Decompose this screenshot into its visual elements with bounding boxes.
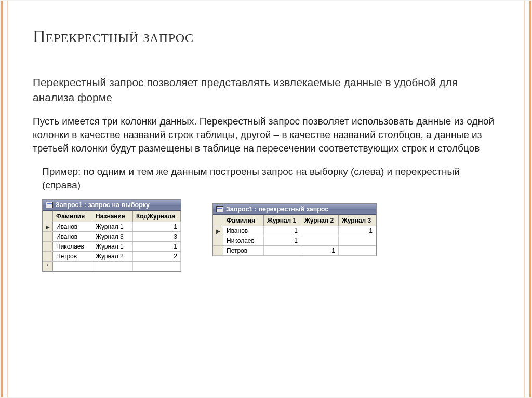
row-selector-new: * <box>43 262 53 271</box>
table-row: Петров Журнал 2 2 <box>43 252 181 262</box>
col-header-fam: Фамилия <box>53 211 92 222</box>
decor-border-right <box>524 1 525 397</box>
table-header-row: Фамилия Журнал 1 Журнал 2 Журнал 3 <box>213 215 376 226</box>
query-select-title: Запрос1 : запрос на выборку <box>56 201 150 209</box>
table-row: Николаев Журнал 1 1 <box>43 242 181 252</box>
decor-border-left <box>7 1 8 397</box>
table-row: Николаев 1 <box>213 236 376 246</box>
paragraph-intro: Перекрестный запрос позволяет представля… <box>33 75 499 105</box>
table-row: Иванов Журнал 3 3 <box>43 232 181 242</box>
query-crosstab-grid: Фамилия Журнал 1 Журнал 2 Журнал 3 ▶ Ива… <box>213 215 376 256</box>
col-header-fam: Фамилия <box>223 215 264 226</box>
cell-j1 <box>264 246 301 255</box>
row-selector <box>43 252 53 261</box>
cell-j3 <box>339 236 376 245</box>
col-header-j1: Журнал 1 <box>264 215 301 226</box>
row-selector-header <box>43 211 53 222</box>
col-header-j3: Журнал 3 <box>339 215 376 226</box>
cell-j2: 1 <box>301 246 339 255</box>
query-select-titlebar: Запрос1 : запрос на выборку <box>43 200 181 211</box>
col-header-kod: КодЖурнала <box>133 211 181 222</box>
cell-kod: 2 <box>133 252 181 261</box>
row-selector <box>213 236 223 245</box>
row-selector-current: ▶ <box>43 222 53 231</box>
query-crosstab-titlebar: Запрос1 : перекрестный запрос <box>213 204 376 215</box>
row-selector <box>213 246 223 255</box>
cell-empty <box>133 262 181 271</box>
cell-fam: Петров <box>223 246 264 255</box>
datasheet-icon <box>216 206 223 212</box>
cell-fam: Иванов <box>53 232 92 241</box>
cell-naz: Журнал 1 <box>92 242 133 251</box>
cell-fam: Петров <box>53 252 92 261</box>
query-crosstab-window: Запрос1 : перекрестный запрос Фамилия Жу… <box>212 203 377 256</box>
cell-j1: 1 <box>264 236 301 245</box>
cell-fam: Иванов <box>53 222 92 231</box>
table-row-new: * <box>43 262 181 271</box>
cell-naz: Журнал 1 <box>92 222 133 231</box>
cell-kod: 1 <box>133 242 181 251</box>
cell-kod: 1 <box>133 222 181 231</box>
cell-fam: Николаев <box>53 242 92 251</box>
paragraph-explain: Пусть имеется три колонки данных. Перекр… <box>33 115 499 155</box>
query-select-grid: Фамилия Название КодЖурнала ▶ Иванов Жур… <box>43 211 181 271</box>
query-select-window: Запрос1 : запрос на выборку Фамилия Назв… <box>42 199 181 272</box>
col-header-naz: Название <box>92 211 133 222</box>
cell-kod: 3 <box>133 232 181 241</box>
row-selector-current: ▶ <box>213 226 223 236</box>
cell-naz: Журнал 2 <box>92 252 133 261</box>
query-crosstab-title: Запрос1 : перекрестный запрос <box>226 205 328 213</box>
cell-j2 <box>301 226 339 236</box>
tables-row: Запрос1 : запрос на выборку Фамилия Назв… <box>42 199 499 272</box>
table-header-row: Фамилия Название КодЖурнала <box>43 211 181 222</box>
table-row: Петров 1 <box>213 246 376 256</box>
paragraph-example: Пример: по одним и тем же данным построе… <box>42 165 499 192</box>
row-selector-header <box>213 215 223 226</box>
cell-fam: Николаев <box>223 236 264 245</box>
row-selector <box>43 232 53 241</box>
slide-title: Перекрестный запрос <box>33 26 499 46</box>
cell-j2 <box>301 236 339 245</box>
cell-j1: 1 <box>264 226 301 236</box>
datasheet-icon <box>46 202 53 208</box>
cell-j3: 1 <box>339 226 376 236</box>
table-row: ▶ Иванов Журнал 1 1 <box>43 222 181 232</box>
cell-empty <box>53 262 92 271</box>
slide-content: Перекрестный запрос Перекрестный запрос … <box>10 1 522 397</box>
slide-frame: Составитель доц. Космачева И.М. Перекрес… <box>1 1 531 397</box>
cell-empty <box>92 262 133 271</box>
cell-fam: Иванов <box>223 226 264 236</box>
row-selector <box>43 242 53 251</box>
cell-j3 <box>339 246 376 255</box>
table-row: ▶ Иванов 1 1 <box>213 226 376 236</box>
col-header-j2: Журнал 2 <box>301 215 339 226</box>
cell-naz: Журнал 3 <box>92 232 133 241</box>
